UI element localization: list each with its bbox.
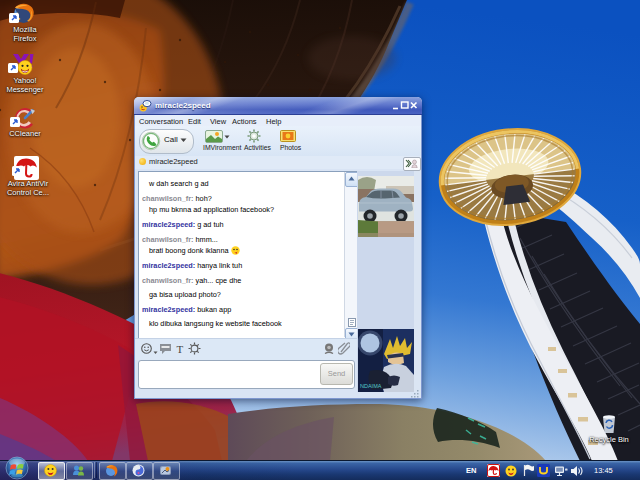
svg-text:T: T (177, 343, 184, 354)
svg-text:NDAIMA: NDAIMA (360, 383, 382, 389)
